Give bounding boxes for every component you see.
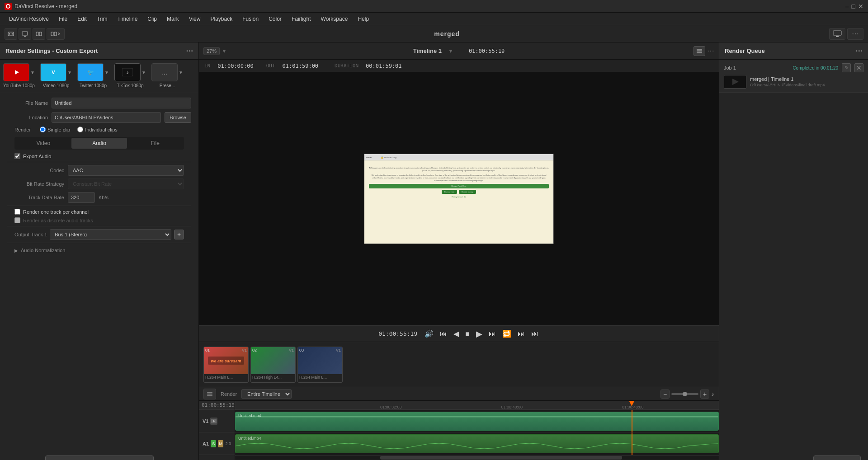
menu-trim[interactable]: Trim — [92, 14, 112, 23]
timeline-options-icon[interactable]: ⋯ — [707, 47, 714, 55]
view-toggle-button[interactable] — [693, 46, 705, 56]
skip-to-end-button[interactable]: ⏭ — [488, 330, 497, 338]
individual-clips-radio-input[interactable] — [77, 127, 83, 132]
play-button[interactable]: ▶ — [475, 329, 483, 339]
youtube-icon — [3, 63, 29, 81]
menu-mark[interactable]: Mark — [162, 14, 184, 23]
skip-forward-button[interactable]: ⏭ — [517, 330, 526, 338]
preset-tiktok[interactable]: ♪ ▼ TikTok 1080p — [113, 63, 147, 88]
mute-button[interactable]: M — [218, 440, 223, 447]
clip-thumbnail-2[interactable]: 02 V1 H.264 High L4... — [250, 347, 296, 383]
overflow-menu[interactable]: ⋯ — [847, 28, 863, 40]
add-output-track-button[interactable]: + — [174, 230, 184, 239]
vimeo-icon: V — [40, 63, 66, 81]
menu-edit[interactable]: Edit — [73, 14, 91, 23]
bitrate-strategy-select[interactable]: Constant Bit Rate — [68, 178, 184, 189]
video-clip-bar: Untitled.mp4 — [235, 412, 719, 431]
tab-audio[interactable]: Audio — [71, 138, 127, 149]
go-to-end-button[interactable]: ⏭ — [530, 330, 539, 338]
zoom-slider[interactable] — [671, 393, 698, 395]
filename-input[interactable] — [52, 98, 191, 108]
menu-help[interactable]: Help — [353, 14, 373, 23]
menu-fairlight[interactable]: Fairlight — [287, 14, 316, 23]
svg-rect-25 — [207, 395, 212, 396]
clip-item-1[interactable]: we are sarvsam 01 V1 H.264 Main L... — [203, 347, 249, 383]
menu-workspace[interactable]: Workspace — [316, 14, 353, 23]
tab-file[interactable]: File — [127, 138, 183, 149]
tab-video[interactable]: Video — [15, 138, 71, 149]
timeline-scrollbar[interactable] — [235, 455, 719, 460]
timeline-view-button[interactable] — [33, 28, 45, 40]
scrollbar-thumb[interactable] — [380, 456, 622, 460]
job-path-1: C:\Users\ABHI N P\Videos\final draft.mp4 — [750, 83, 863, 87]
volume-button[interactable]: 🔊 — [424, 329, 434, 338]
preset-twitter[interactable]: 🐦 ▼ Twitter 1080p — [76, 63, 110, 88]
job-edit-button[interactable]: ✎ — [842, 63, 851, 72]
stop-button[interactable]: ■ — [464, 330, 471, 338]
render-discrete-checkbox[interactable] — [14, 217, 20, 223]
track-data-rate-input[interactable] — [68, 192, 95, 203]
export-button[interactable] — [829, 28, 845, 40]
render-settings-menu[interactable]: ⋯ — [186, 47, 193, 55]
preset-vimeo[interactable]: V ▼ Vimeo 1080p — [39, 63, 73, 88]
render-mode-select[interactable]: Entire Timeline — [241, 389, 292, 399]
clip-item-3[interactable]: 03 V1 H.264 Main L... — [297, 347, 343, 383]
skip-to-start-button[interactable]: ⏮ — [439, 330, 448, 338]
job-details-1: merged | Timeline 1 C:\Users\ABHI N P\Vi… — [750, 76, 863, 87]
step-back-button[interactable]: ◀ — [453, 329, 460, 338]
menu-file[interactable]: File — [54, 14, 72, 23]
timeline-content: 01:00:32:00 01:00:40:00 01:00:48:00 Unti… — [235, 401, 719, 460]
source-tape-button[interactable] — [5, 28, 17, 40]
menu-fusion[interactable]: Fusion — [238, 14, 263, 23]
timeline-dropdown-icon[interactable]: ▼ — [448, 48, 453, 54]
codec-select[interactable]: AAC — [68, 165, 184, 176]
window-controls: – □ ✕ — [845, 3, 863, 10]
menu-view[interactable]: View — [184, 14, 205, 23]
timeline-settings-button[interactable] — [203, 389, 216, 399]
zoom-in-button[interactable]: + — [700, 390, 709, 399]
output-track-select[interactable]: Bus 1 (Stereo) — [50, 229, 171, 240]
in-out-bar: IN 01:00:00:00 OUT 01:01:59:00 DURATION … — [199, 60, 719, 72]
single-clip-radio-input[interactable] — [40, 127, 46, 132]
audio-clip-bar: Untitled.mp4 — [235, 434, 719, 453]
menu-davinci[interactable]: DaVinci Resolve — [5, 14, 53, 23]
main-layout: Render Settings - Custom Export ⋯ ▼ YouT… — [0, 42, 868, 460]
preset-youtube[interactable]: ▼ YouTube 1080p — [2, 63, 36, 88]
close-button[interactable]: ✕ — [858, 3, 863, 10]
menu-playback[interactable]: Playback — [206, 14, 237, 23]
single-clip-radio[interactable]: Single clip — [40, 127, 70, 132]
add-to-render-queue-button[interactable]: Add to Render Queue — [45, 455, 154, 460]
viewer-button[interactable] — [19, 28, 31, 40]
clip-label-1: H.264 Main L... — [204, 374, 248, 380]
audio-track[interactable]: Untitled.mp4 — [235, 432, 719, 455]
video-track[interactable]: Untitled.mp4 — [235, 410, 719, 432]
clip-thumbnail-3[interactable]: 03 V1 H.264 Main L... — [297, 347, 343, 383]
job-thumbnail-1 — [724, 75, 746, 89]
menu-color[interactable]: Color — [264, 14, 286, 23]
loop-button[interactable]: 🔁 — [501, 329, 512, 338]
menu-timeline[interactable]: Timeline — [113, 14, 142, 23]
maximize-button[interactable]: □ — [852, 3, 855, 10]
clip-item-2[interactable]: 02 V1 H.264 High L4... — [250, 347, 296, 383]
svg-rect-24 — [207, 394, 212, 394]
zoom-out-button[interactable]: − — [660, 390, 670, 399]
location-input[interactable] — [52, 112, 161, 123]
zoom-level[interactable]: 27% — [203, 47, 220, 55]
clip-thumbnail-1[interactable]: we are sarvsam 01 V1 H.264 Main L... — [203, 347, 249, 383]
render-one-track-checkbox[interactable] — [14, 209, 20, 215]
job-close-button[interactable]: ✕ — [854, 63, 863, 72]
render-queue-header: Render Queue ⋯ — [719, 42, 868, 60]
normalization-row[interactable]: ▶ Audio Normalization — [14, 248, 184, 253]
render-queue-menu-button[interactable]: ⋯ — [855, 47, 863, 55]
menu-clip[interactable]: Clip — [143, 14, 161, 23]
export-audio-checkbox[interactable] — [14, 153, 20, 159]
minimize-button[interactable]: – — [845, 3, 849, 10]
svg-point-4 — [12, 33, 13, 34]
preset-more[interactable]: ... ▼ Prese... — [150, 63, 184, 88]
solo-button[interactable]: S — [211, 440, 216, 447]
render-all-button[interactable]: Render All — [813, 455, 861, 460]
zoom-dropdown-icon[interactable]: ▼ — [222, 48, 227, 54]
effects-button[interactable] — [47, 28, 65, 40]
browse-button[interactable]: Browse — [165, 112, 191, 123]
individual-clips-radio[interactable]: Individual clips — [77, 127, 118, 132]
